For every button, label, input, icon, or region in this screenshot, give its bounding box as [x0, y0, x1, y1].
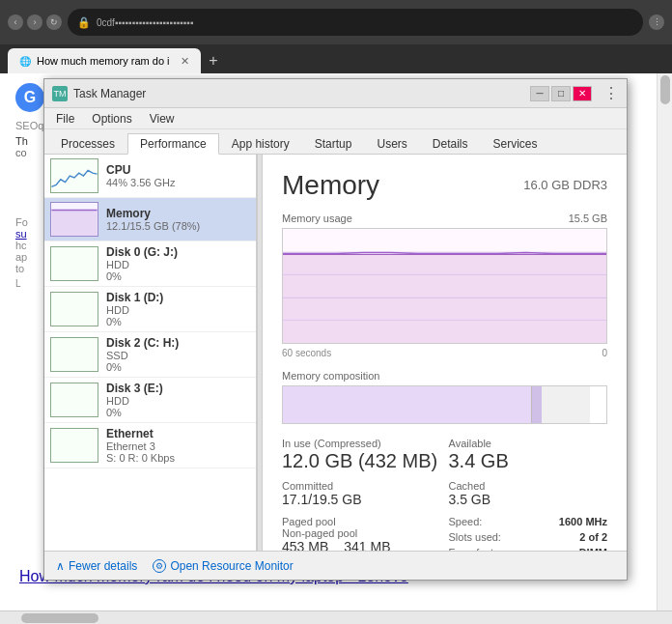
- tab-services[interactable]: Services: [481, 133, 550, 154]
- memory-usage-graph: [282, 228, 607, 344]
- disk2-graph: [50, 337, 98, 372]
- cpu-graph: [50, 158, 98, 193]
- paged-pool-label: Paged pool: [282, 516, 441, 527]
- ethernet-process-item[interactable]: Ethernet Ethernet 3S: 0 R: 0 Kbps: [44, 423, 256, 468]
- tm-menu-options[interactable]: Options: [84, 110, 139, 128]
- active-tab[interactable]: 🌐 How much memory ram do i need... ✕: [8, 48, 201, 73]
- cpu-process-item[interactable]: CPU 44% 3.56 GHz: [44, 155, 256, 198]
- memory-info: Memory 12.1/15.5 GB (78%): [106, 207, 250, 232]
- time-end: 0: [602, 348, 607, 358]
- tab-performance[interactable]: Performance: [127, 133, 219, 155]
- committed-label: Committed: [282, 480, 441, 492]
- browser-controls: ‹ › ↻: [8, 14, 62, 30]
- memory-time-labels: 60 seconds 0: [282, 348, 607, 358]
- memory-title: Memory: [282, 170, 379, 201]
- google-g: G: [15, 83, 44, 112]
- in-use-value: 12.0 GB (432 MB): [282, 449, 441, 472]
- tm-body: CPU 44% 3.56 GHz Memor: [44, 155, 627, 551]
- disk2-name: Disk 2 (C: H:): [106, 336, 250, 350]
- memory-spec: 16.0 GB DDR3: [523, 178, 607, 192]
- speed-label: Speed:: [449, 516, 483, 527]
- mem-comp-modified: [532, 386, 542, 423]
- back-button[interactable]: ‹: [8, 14, 23, 30]
- ethernet-info: Ethernet Ethernet 3S: 0 R: 0 Kbps: [106, 427, 250, 464]
- mem-comp-free: [590, 386, 606, 423]
- open-resource-monitor-button[interactable]: ⚙ Open Resource Monitor: [153, 559, 293, 573]
- tm-menubar: File Options View: [44, 108, 627, 129]
- tab-details[interactable]: Details: [420, 133, 481, 154]
- disk2-info: Disk 2 (C: H:) SSD0%: [106, 336, 250, 373]
- slots-value: 2 of 2: [579, 531, 607, 543]
- cpu-sub: 44% 3.56 GHz: [106, 177, 250, 188]
- tm-bottom-bar: ∧ Fewer details ⚙ Open Resource Monitor: [44, 551, 627, 580]
- in-use-group: In use (Compressed) 12.0 GB (432 MB): [282, 438, 441, 472]
- committed-group: Committed 17.1/19.5 GB: [282, 480, 441, 508]
- tm-close-button[interactable]: ✕: [573, 86, 592, 101]
- committed-value: 17.1/19.5 GB: [282, 492, 441, 508]
- disk0-graph: [50, 246, 98, 281]
- tm-left-panel: CPU 44% 3.56 GHz Memor: [44, 155, 257, 551]
- address-bar[interactable]: 🔒 0cdf▪▪▪▪▪▪▪▪▪▪▪▪▪▪▪▪▪▪▪▪▪▪▪: [68, 9, 643, 36]
- memory-name: Memory: [106, 207, 250, 220]
- chevron-up-icon: ∧: [56, 559, 65, 573]
- memory-graph: [50, 202, 98, 237]
- tab-apphistory[interactable]: App history: [219, 133, 302, 154]
- tm-maximize-button[interactable]: □: [551, 86, 571, 101]
- horizontal-scrollbar[interactable]: [0, 610, 672, 624]
- mem-stats-left: In use (Compressed) 12.0 GB (432 MB) Com…: [282, 438, 441, 551]
- tm-options-dots[interactable]: ⋮: [603, 84, 619, 102]
- cached-value: 3.5 GB: [449, 492, 608, 508]
- disk3-sub: HDD0%: [106, 395, 250, 418]
- vertical-scrollbar[interactable]: [657, 73, 672, 624]
- cached-group: Cached 3.5 GB: [449, 480, 608, 508]
- webpage-bg: G SEOq... Th co Fo su hc ap to L How muc…: [0, 73, 672, 624]
- disk3-graph: [50, 383, 98, 417]
- task-manager-window: TM Task Manager ─ □ ✕ ⋮ File Options Vie…: [43, 78, 628, 581]
- tab-users[interactable]: Users: [364, 133, 419, 154]
- memory-stats-grid: In use (Compressed) 12.0 GB (432 MB) Com…: [282, 438, 607, 551]
- monitor-icon: ⚙: [153, 559, 166, 573]
- fewer-details-label: Fewer details: [69, 559, 137, 573]
- disk1-name: Disk 1 (D:): [106, 291, 250, 304]
- tm-window-buttons: ─ □ ✕: [530, 86, 592, 101]
- h-scrollbar-thumb[interactable]: [21, 613, 98, 623]
- tab-close[interactable]: ✕: [181, 55, 189, 68]
- tm-minimize-button[interactable]: ─: [530, 86, 549, 101]
- tm-menu-file[interactable]: File: [48, 110, 82, 128]
- disk1-graph: [50, 292, 98, 326]
- scrollbar-thumb[interactable]: [660, 75, 670, 104]
- tab-processes[interactable]: Processes: [48, 133, 127, 154]
- speed-row: Speed: 1600 MHz: [449, 516, 608, 527]
- tab-icon: 🌐: [19, 56, 31, 67]
- fewer-details-button[interactable]: ∧ Fewer details: [56, 559, 137, 573]
- menu-dots[interactable]: ⋮: [649, 14, 664, 30]
- time-start: 60 seconds: [282, 348, 331, 358]
- tm-title-text: Task Manager: [73, 87, 524, 100]
- new-tab-button[interactable]: +: [201, 48, 226, 73]
- disk3-process-item[interactable]: Disk 3 (E:) HDD0%: [44, 378, 256, 423]
- paged-pools-values: 453 MB 341 MB: [282, 539, 441, 551]
- available-label: Available: [449, 438, 608, 449]
- disk2-process-item[interactable]: Disk 2 (C: H:) SSD0%: [44, 332, 256, 378]
- ethernet-graph: [50, 428, 98, 463]
- memory-process-item[interactable]: Memory 12.1/15.5 GB (78%): [44, 198, 256, 241]
- paged-pool-group: Paged pool Non-paged pool 453 MB 341 MB: [282, 516, 441, 551]
- forward-button[interactable]: ›: [27, 14, 42, 30]
- tm-menu-view[interactable]: View: [142, 110, 182, 128]
- memory-sub: 12.1/15.5 GB (78%): [106, 220, 250, 232]
- disk0-process-item[interactable]: Disk 0 (G: J:) HDD0%: [44, 241, 256, 287]
- tab-startup[interactable]: Startup: [302, 133, 365, 154]
- memory-composition-label: Memory composition: [282, 370, 607, 382]
- slots-label: Slots used:: [449, 531, 501, 543]
- lock-icon: 🔒: [77, 16, 91, 29]
- reload-button[interactable]: ↻: [46, 14, 62, 30]
- ethernet-name: Ethernet: [106, 427, 250, 440]
- disk0-name: Disk 0 (G: J:): [106, 245, 250, 259]
- disk1-info: Disk 1 (D:) HDD0%: [106, 291, 250, 327]
- tm-titlebar: TM Task Manager ─ □ ✕ ⋮: [44, 79, 627, 108]
- disk1-process-item[interactable]: Disk 1 (D:) HDD0%: [44, 287, 256, 332]
- memory-header: Memory 16.0 GB DDR3: [282, 170, 607, 201]
- paged-pool-value: 453 MB: [282, 539, 328, 551]
- mem-right-details: Speed: 1600 MHz Slots used: 2 of 2 Form …: [449, 516, 608, 551]
- browser-top-bar: ‹ › ↻ 🔒 0cdf▪▪▪▪▪▪▪▪▪▪▪▪▪▪▪▪▪▪▪▪▪▪▪ ⋮: [0, 0, 672, 44]
